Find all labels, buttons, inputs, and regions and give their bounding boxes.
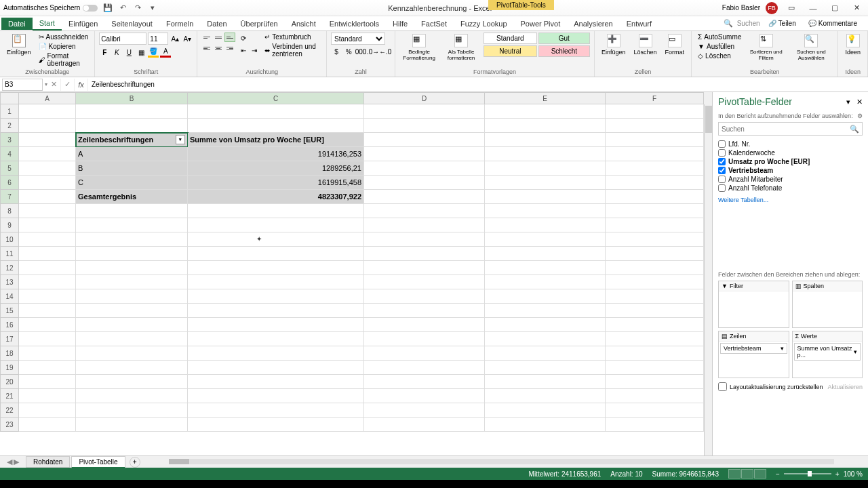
orientation-button[interactable]: ⟳: [238, 33, 249, 43]
col-header-b[interactable]: B: [76, 92, 188, 104]
pane-search-input[interactable]: [722, 125, 850, 133]
style-schlecht[interactable]: Schlecht: [538, 45, 590, 57]
pivot-value[interactable]: 1619915,458: [188, 176, 364, 190]
format-cells-button[interactable]: ▭Format: [663, 33, 688, 57]
pivot-row-label[interactable]: A: [76, 147, 188, 161]
select-all-corner[interactable]: [0, 92, 19, 104]
row-header[interactable]: 17: [0, 332, 19, 346]
align-top[interactable]: [201, 33, 212, 42]
col-header-c[interactable]: C: [188, 92, 364, 104]
col-header-a[interactable]: A: [19, 92, 76, 104]
row-header[interactable]: 15: [0, 304, 19, 318]
style-gut[interactable]: Gut: [538, 33, 590, 44]
merge-button[interactable]: ⬌ Verbinden und zentrieren: [262, 42, 322, 58]
shrink-font-icon[interactable]: A▾: [182, 33, 193, 44]
area-values[interactable]: Σ Werte Summe von Umsatz p...▾: [792, 331, 863, 378]
redo-icon[interactable]: ↷: [133, 3, 142, 13]
vertical-scrollbar[interactable]: [704, 104, 712, 455]
share-button[interactable]: 🔗 Teilen: [764, 18, 800, 28]
more-tables-link[interactable]: Weitere Tabellen...: [718, 197, 863, 203]
align-center[interactable]: [213, 43, 224, 53]
pivot-row-label[interactable]: C: [76, 176, 188, 190]
formula-input[interactable]: [88, 79, 868, 91]
format-painter-button[interactable]: 🖌 Format übertragen: [37, 52, 91, 68]
tab-powerpivot[interactable]: Power Pivot: [514, 18, 568, 30]
area-value-item[interactable]: Summe von Umsatz p...▾: [794, 343, 861, 361]
field-item[interactable]: Anzahl Mitarbeiter: [718, 175, 863, 184]
sheet-tab-rohdaten[interactable]: Rohdaten: [26, 456, 70, 468]
col-header-d[interactable]: D: [364, 92, 485, 104]
view-break-icon[interactable]: [754, 469, 766, 479]
format-as-table-button[interactable]: ▦Als Tabelle formatieren: [441, 33, 481, 62]
row-header[interactable]: 10: [0, 232, 19, 247]
ribbon-options-icon[interactable]: ▭: [783, 1, 800, 15]
tab-entwurf[interactable]: Entwurf: [620, 18, 658, 30]
row-header[interactable]: 18: [0, 346, 19, 361]
font-name-select[interactable]: [99, 33, 146, 45]
undo-icon[interactable]: ↶: [118, 3, 127, 13]
area-rows[interactable]: ▤ Zeilen Vertriebsteam▾: [718, 331, 789, 378]
thousands-button[interactable]: 000: [355, 46, 366, 57]
tab-file[interactable]: Datei: [1, 18, 33, 30]
row-header[interactable]: 4: [0, 147, 19, 161]
pivot-total-label[interactable]: Gesamtergebnis: [76, 190, 188, 204]
clear-button[interactable]: ◇ Löschen: [696, 52, 743, 60]
horizontal-scrollbar[interactable]: [169, 459, 834, 466]
pane-search[interactable]: 🔍: [718, 122, 863, 136]
user-avatar[interactable]: FB: [766, 2, 778, 14]
tab-formeln[interactable]: Formeln: [159, 18, 200, 30]
pane-close-icon[interactable]: ✕: [856, 98, 863, 106]
cancel-formula-icon[interactable]: ✕: [47, 79, 61, 91]
field-item[interactable]: Umsatz pro Woche [EUR]: [718, 157, 863, 166]
update-button[interactable]: Aktualisieren: [827, 384, 863, 390]
row-header[interactable]: 8: [0, 204, 19, 218]
find-select-button[interactable]: 🔍Suchen und Auswählen: [789, 33, 833, 62]
accept-formula-icon[interactable]: ✓: [61, 79, 75, 91]
autosave-toggle[interactable]: Automatisches Speichern: [3, 4, 98, 12]
row-header[interactable]: 12: [0, 261, 19, 275]
tab-einfuegen[interactable]: Einfügen: [62, 18, 104, 30]
dec-decimal[interactable]: ←.0: [380, 46, 391, 57]
tab-start[interactable]: Start: [33, 17, 62, 30]
col-header-f[interactable]: F: [606, 92, 704, 104]
row-header[interactable]: 2: [0, 119, 19, 133]
percent-button[interactable]: %: [343, 46, 354, 57]
autosum-button[interactable]: Σ AutoSumme: [696, 33, 743, 41]
delete-cells-button[interactable]: ➖Löschen: [631, 33, 660, 57]
add-sheet-button[interactable]: +: [130, 457, 140, 468]
ideas-button[interactable]: 💡Ideen: [842, 33, 863, 57]
number-format-select[interactable]: Standard: [331, 33, 385, 45]
sheet-tab-pivot[interactable]: Pivot-Tabelle: [71, 456, 125, 468]
indent-inc[interactable]: ⇥: [249, 45, 260, 56]
defer-checkbox[interactable]: [718, 382, 727, 391]
close-icon[interactable]: ✕: [848, 1, 865, 15]
qat-more-icon[interactable]: ▾: [148, 3, 157, 13]
bold-button[interactable]: F: [99, 47, 110, 58]
row-header[interactable]: 11: [0, 247, 19, 261]
row-header[interactable]: 3: [0, 133, 19, 147]
tab-hilfe[interactable]: Hilfe: [386, 18, 414, 30]
row-header[interactable]: 6: [0, 176, 19, 190]
copy-button[interactable]: 📄 Kopieren: [37, 42, 91, 51]
underline-button[interactable]: U: [123, 47, 134, 58]
conditional-format-button[interactable]: ▦Bedingte Formatierung: [399, 33, 439, 62]
sheet-nav-next[interactable]: ▶: [14, 458, 19, 466]
row-header[interactable]: 14: [0, 289, 19, 304]
pane-options-icon[interactable]: ▾: [846, 98, 850, 106]
field-item[interactable]: Lfd. Nr.: [718, 140, 863, 148]
pivot-row-label[interactable]: B: [76, 161, 188, 176]
row-header[interactable]: 21: [0, 389, 19, 403]
align-left[interactable]: [201, 43, 212, 53]
pivot-total-value[interactable]: 4823307,922: [188, 190, 364, 204]
field-item[interactable]: Anzahl Telefonate: [718, 184, 863, 192]
tab-entwickler[interactable]: Entwicklertools: [323, 18, 386, 30]
minimize-icon[interactable]: —: [805, 1, 821, 15]
indent-dec[interactable]: ⇤: [238, 45, 249, 56]
currency-button[interactable]: $: [331, 46, 342, 57]
area-row-item[interactable]: Vertriebsteam▾: [720, 343, 787, 354]
save-icon[interactable]: 💾: [103, 3, 113, 13]
row-header[interactable]: 9: [0, 218, 19, 232]
grow-font-icon[interactable]: A▴: [170, 33, 180, 44]
col-header-e[interactable]: E: [485, 92, 606, 104]
style-neutral[interactable]: Neutral: [484, 45, 537, 57]
